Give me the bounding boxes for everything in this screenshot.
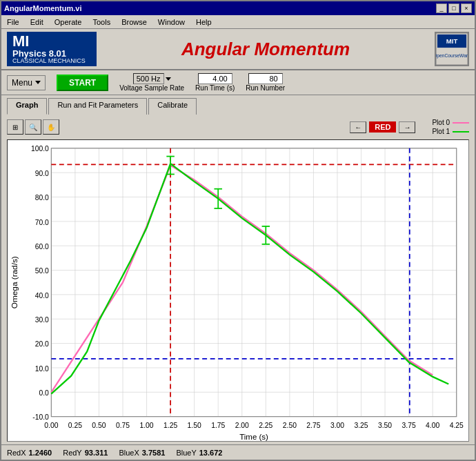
svg-text:2.50: 2.50 [283, 422, 297, 429]
run-number-value: 80 [248, 73, 283, 84]
controls-bar: Menu START 500 Hz Voltage Sample Rate 4.… [1, 70, 475, 95]
status-red-y: RedY 93.311 [63, 449, 108, 457]
svg-text:80.0: 80.0 [35, 194, 49, 202]
app-title: Angular Momentum [105, 39, 426, 60]
zoom-tool-button[interactable]: 🔍 [25, 119, 41, 135]
sample-rate-arrow-icon[interactable] [166, 77, 171, 81]
svg-text:100.0: 100.0 [31, 145, 49, 153]
menu-dropdown[interactable]: Menu [7, 75, 46, 90]
menu-file[interactable]: File [4, 17, 22, 27]
pan-tool-button[interactable]: ✋ [43, 119, 59, 135]
svg-text:1.00: 1.00 [139, 422, 153, 429]
svg-text:3.00: 3.00 [330, 422, 344, 429]
sample-rate-value: 500 Hz [133, 73, 164, 84]
svg-text:90.0: 90.0 [35, 170, 49, 177]
title-bar: AngularMomentum.vi _ □ × [1, 1, 475, 15]
legend-plot0: Plot 0 [432, 119, 469, 126]
svg-text:2.75: 2.75 [306, 422, 320, 429]
chart-area: -10.0 0.0 10.0 20.0 30.0 40.0 50.0 60.0 … [7, 139, 469, 442]
logo-mi: MI [12, 34, 29, 49]
cursor-label: RED [369, 121, 396, 133]
main-window: AngularMomentum.vi _ □ × File Edit Opera… [0, 0, 476, 461]
svg-text:4.00: 4.00 [426, 422, 439, 429]
logo-classical: CLASSICAL MECHANICS [12, 58, 86, 64]
window-title: AngularMomentum.vi [4, 4, 81, 12]
svg-text:0.00: 0.00 [44, 422, 58, 429]
legend-plot0-line [453, 122, 469, 124]
title-bar-buttons: _ □ × [436, 3, 472, 13]
svg-text:0.50: 0.50 [92, 422, 106, 429]
logo-badge: MIT OpenCourseWare [435, 32, 469, 66]
svg-text:1.25: 1.25 [163, 422, 177, 429]
cursor-controls: ← RED → [350, 121, 415, 133]
sample-rate-label: Voltage Sample Rate [119, 84, 184, 92]
svg-text:3.50: 3.50 [378, 422, 392, 429]
run-number-group: 80 Run Number [246, 73, 285, 92]
tab-run-fit-parameters[interactable]: Run and Fit Parameters [48, 98, 147, 115]
menu-edit[interactable]: Edit [28, 17, 46, 27]
blue-x-label: BlueX [119, 449, 139, 457]
legend-plot1-label: Plot 1 [432, 128, 450, 135]
run-time-value: 4.00 [198, 73, 232, 84]
svg-text:40.0: 40.0 [35, 292, 49, 300]
svg-text:70.0: 70.0 [35, 218, 49, 226]
svg-text:1.50: 1.50 [188, 422, 201, 429]
graph-tool-buttons: ⊞ 🔍 ✋ [7, 119, 59, 135]
svg-text:4.25: 4.25 [450, 422, 464, 429]
tabs-bar: Graph Run and Fit Parameters Calibrate [1, 95, 475, 115]
svg-text:20.0: 20.0 [35, 340, 49, 348]
svg-text:OpenCourseWare: OpenCourseWare [436, 53, 468, 59]
graph-container: ⊞ 🔍 ✋ ← RED → Plot 0 Plot 1 [1, 115, 475, 444]
blue-x-value: 3.7581 [142, 449, 166, 457]
status-blue-y: BlueY 13.672 [176, 449, 222, 457]
svg-text:1.75: 1.75 [211, 422, 225, 429]
menu-operate[interactable]: Operate [52, 17, 85, 27]
cursor-right-button[interactable]: → [399, 121, 415, 133]
header-section: MI Physics 8.01 CLASSICAL MECHANICS Angu… [1, 29, 475, 70]
menu-bar: File Edit Operate Tools Browse Window He… [1, 15, 475, 29]
svg-text:Omega (rad/s): Omega (rad/s) [10, 256, 19, 308]
menu-dropdown-label: Menu [12, 78, 32, 88]
chart-svg: -10.0 0.0 10.0 20.0 30.0 40.0 50.0 60.0 … [8, 140, 468, 441]
status-blue-x: BlueX 3.7581 [119, 449, 165, 457]
start-button[interactable]: START [57, 75, 108, 91]
menu-tools[interactable]: Tools [90, 17, 113, 27]
svg-text:2.00: 2.00 [235, 422, 249, 429]
close-button[interactable]: × [461, 3, 472, 13]
red-y-label: RedY [63, 449, 82, 457]
status-bar: RedX 1.2460 RedY 93.311 BlueX 3.7581 Blu… [1, 444, 475, 460]
red-x-label: RedX [7, 449, 26, 457]
svg-text:0.0: 0.0 [39, 389, 49, 397]
maximize-button[interactable]: □ [448, 3, 459, 13]
svg-text:-10.0: -10.0 [32, 413, 49, 421]
svg-text:50.0: 50.0 [35, 267, 49, 275]
cursor-left-button[interactable]: ← [350, 121, 366, 133]
minimize-button[interactable]: _ [436, 3, 447, 13]
graph-toolbar: ⊞ 🔍 ✋ ← RED → Plot 0 Plot 1 [7, 117, 469, 137]
legend-plot1: Plot 1 [432, 128, 469, 135]
legend-plot0-label: Plot 0 [432, 119, 450, 126]
svg-text:0.25: 0.25 [68, 422, 82, 429]
svg-rect-5 [8, 140, 468, 441]
run-number-label: Run Number [246, 84, 285, 92]
legend-plot1-line [453, 131, 469, 133]
tab-calibrate[interactable]: Calibrate [148, 98, 197, 115]
grid-tool-button[interactable]: ⊞ [7, 119, 23, 135]
svg-text:MIT: MIT [446, 37, 458, 45]
svg-text:3.75: 3.75 [402, 422, 416, 429]
menu-dropdown-arrow-icon [35, 81, 41, 84]
red-x-value: 1.2460 [29, 449, 52, 457]
sample-rate-group: 500 Hz Voltage Sample Rate [119, 73, 184, 92]
menu-help[interactable]: Help [193, 17, 215, 27]
blue-y-label: BlueY [176, 449, 196, 457]
blue-y-value: 13.672 [199, 449, 223, 457]
menu-window[interactable]: Window [155, 17, 188, 27]
svg-text:Time (s): Time (s) [239, 432, 268, 441]
svg-text:3.25: 3.25 [354, 422, 368, 429]
svg-text:2.25: 2.25 [259, 422, 272, 429]
svg-text:10.0: 10.0 [35, 365, 49, 373]
menu-browse[interactable]: Browse [119, 17, 150, 27]
plot-legend: Plot 0 Plot 1 [432, 119, 469, 135]
tab-graph[interactable]: Graph [7, 98, 47, 115]
svg-text:0.75: 0.75 [116, 422, 130, 429]
